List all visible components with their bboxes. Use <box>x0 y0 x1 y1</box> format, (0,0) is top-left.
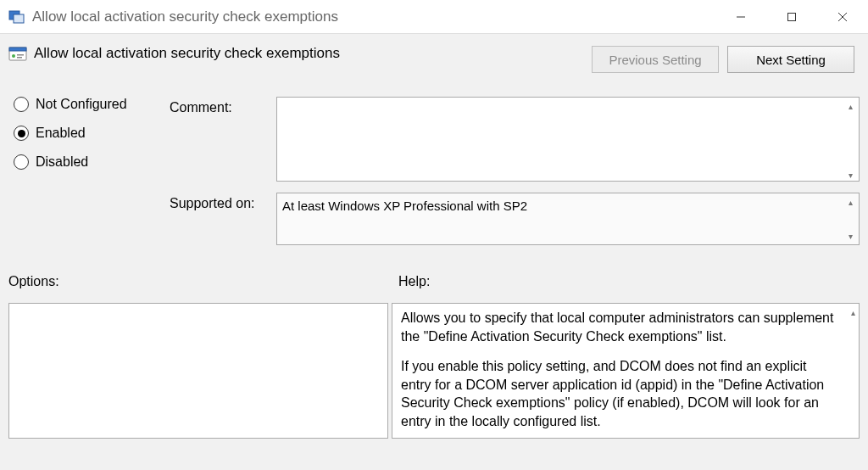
scroll-down-icon[interactable]: ▾ <box>844 230 856 242</box>
svg-rect-3 <box>788 13 796 20</box>
radio-icon <box>14 126 29 141</box>
radio-not-configured[interactable]: Not Configured <box>14 97 170 112</box>
svg-rect-1 <box>14 14 24 23</box>
policy-icon <box>8 44 27 63</box>
scroll-up-icon[interactable]: ▴ <box>851 307 855 319</box>
radio-icon <box>14 97 29 112</box>
close-button[interactable] <box>817 0 868 33</box>
options-panel <box>8 303 388 439</box>
state-radio-group: Not Configured Enabled Disabled <box>8 97 170 254</box>
svg-rect-7 <box>9 48 26 51</box>
scroll-up-icon[interactable]: ▴ <box>844 196 856 208</box>
svg-rect-10 <box>17 57 22 59</box>
maximize-button[interactable] <box>766 0 817 33</box>
app-icon <box>8 8 25 25</box>
radio-label: Enabled <box>36 126 86 141</box>
radio-disabled[interactable]: Disabled <box>14 154 170 170</box>
comment-textarea[interactable] <box>276 97 860 182</box>
scroll-up-icon[interactable]: ▴ <box>844 100 856 112</box>
dialog-header: Allow local activation security check ex… <box>8 44 860 73</box>
window-controls <box>715 0 868 33</box>
radio-icon <box>14 154 29 170</box>
help-panel: ▴ Allows you to specify that local compu… <box>392 303 860 439</box>
supported-on-text: At least Windows XP Professional with SP… <box>276 193 860 245</box>
minimize-button[interactable] <box>715 0 766 33</box>
comment-label: Comment: <box>170 97 276 115</box>
window-title: Allow local activation security check ex… <box>32 8 715 25</box>
help-section-label: Help: <box>398 274 860 289</box>
titlebar: Allow local activation security check ex… <box>0 0 868 34</box>
radio-label: Disabled <box>36 154 88 170</box>
svg-rect-9 <box>17 54 24 56</box>
radio-enabled[interactable]: Enabled <box>14 126 170 141</box>
previous-setting-button: Previous Setting <box>592 46 719 73</box>
svg-point-8 <box>12 54 15 58</box>
options-section-label: Options: <box>8 274 398 289</box>
next-setting-button[interactable]: Next Setting <box>727 46 854 73</box>
supported-on-label: Supported on: <box>170 193 276 211</box>
help-paragraph: If you enable this policy setting, and D… <box>401 357 838 430</box>
policy-name: Allow local activation security check ex… <box>34 45 340 62</box>
help-paragraph: Allows you to specify that local compute… <box>401 309 838 345</box>
radio-label: Not Configured <box>36 97 127 112</box>
scroll-down-icon[interactable]: ▾ <box>844 169 856 181</box>
dialog-body: Allow local activation security check ex… <box>0 34 868 470</box>
